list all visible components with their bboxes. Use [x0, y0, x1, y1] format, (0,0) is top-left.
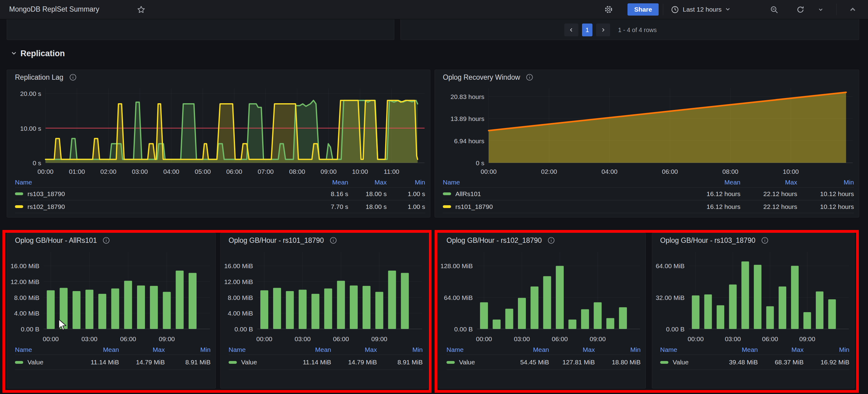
dashboard-title: MongoDB ReplSet Summary: [9, 5, 99, 13]
legend-row[interactable]: rs102_18790 7.70 s 18.00 s 1.00 s: [15, 200, 425, 213]
series-swatch: [15, 205, 23, 208]
series-max: 22.12 hours: [740, 190, 797, 198]
prev-page-button[interactable]: [564, 24, 578, 36]
replication-lag-chart[interactable]: 0 s10.00 s20.00 s00:0001:0002:0003:0004:…: [9, 85, 428, 177]
series-mean: 8.16 s: [303, 190, 348, 198]
svg-text:06:00: 06:00: [662, 168, 678, 175]
series-name: rs101_18790: [455, 203, 493, 210]
series-max: 18.00 s: [348, 203, 387, 210]
panel-header[interactable]: Replication Lag: [7, 70, 430, 85]
nav-divider: [663, 4, 663, 15]
highlight-rectangle-right: [435, 230, 859, 393]
legend-row[interactable]: AllRs101 16.12 hours 22.12 hours 10.12 h…: [443, 188, 854, 200]
panel-oplog-recovery-window: Oplog Recovery Window 0 s6.94 hours13.89…: [435, 69, 859, 218]
series-max: 22.12 hours: [740, 203, 797, 210]
legend-row[interactable]: rs103_18790 8.16 s 18.00 s 1.00 s: [15, 188, 425, 200]
dashboard: MongoDB ReplSet Summary Share Last 12 ho…: [0, 0, 868, 394]
svg-text:09:00: 09:00: [320, 168, 337, 175]
panel-title: Replication Lag: [15, 73, 63, 82]
mouse-cursor: [58, 319, 68, 332]
section-chevron-down-icon: [11, 50, 17, 57]
svg-text:03:00: 03:00: [132, 168, 148, 175]
panel-header[interactable]: Oplog Recovery Window: [435, 70, 859, 85]
svg-text:20.00 s: 20.00 s: [20, 90, 41, 97]
svg-text:0 s: 0 s: [33, 160, 41, 166]
chevron-down-icon: [725, 6, 730, 13]
svg-text:07:00: 07:00: [257, 168, 274, 175]
svg-text:01:00: 01:00: [69, 168, 85, 175]
legend: Name Mean Max Min rs103_18790 8.16 s 18.…: [15, 177, 425, 213]
svg-text:10:00: 10:00: [352, 168, 368, 175]
legend-header-min[interactable]: Min: [797, 179, 854, 186]
clock-icon: [671, 5, 679, 14]
highlight-rectangle-left: [2, 230, 432, 393]
svg-text:05:00: 05:00: [195, 168, 211, 175]
series-mean: 7.70 s: [303, 203, 348, 210]
series-name: rs102_18790: [28, 203, 65, 210]
legend-header-mean[interactable]: Mean: [303, 179, 348, 186]
partial-panel-left: [7, 19, 394, 40]
table-pagination: 1 1 - 4 of 4 rows: [564, 24, 657, 36]
svg-text:06:00: 06:00: [226, 168, 242, 175]
time-range-label: Last 12 hours: [683, 6, 721, 13]
series-min: 10.12 hours: [797, 203, 854, 210]
legend-header-name[interactable]: Name: [15, 179, 303, 186]
refresh-interval-chevron-icon[interactable]: [815, 3, 826, 16]
page-number-button[interactable]: 1: [582, 24, 592, 36]
svg-text:04:00: 04:00: [163, 168, 180, 175]
series-swatch: [443, 192, 451, 195]
series-mean: 16.12 hours: [684, 203, 740, 210]
share-button[interactable]: Share: [627, 3, 659, 16]
legend-header-max[interactable]: Max: [348, 179, 387, 186]
settings-gear-icon[interactable]: [602, 3, 615, 16]
legend-header-max[interactable]: Max: [740, 179, 797, 186]
svg-text:10.00 s: 10.00 s: [20, 125, 41, 132]
legend: Name Mean Max Min AllRs101 16.12 hours 2…: [443, 177, 854, 213]
time-range-picker[interactable]: Last 12 hours: [671, 0, 730, 19]
legend-header-min[interactable]: Min: [387, 179, 425, 186]
favorite-star-icon[interactable]: [134, 3, 148, 16]
legend-header-name[interactable]: Name: [443, 179, 684, 186]
oplog-recovery-chart[interactable]: 0 s6.94 hours13.89 hours20.83 hours00:00…: [437, 85, 857, 177]
svg-text:04:00: 04:00: [601, 168, 618, 175]
svg-text:00:00: 00:00: [37, 168, 54, 175]
section-title: Replication: [21, 49, 65, 58]
series-max: 18.00 s: [348, 190, 387, 198]
next-page-button[interactable]: [596, 24, 610, 36]
series-min: 1.00 s: [387, 190, 425, 198]
zoom-out-icon[interactable]: [767, 3, 781, 16]
series-min: 10.12 hours: [797, 190, 854, 198]
svg-text:08:00: 08:00: [289, 168, 305, 175]
navbar: MongoDB ReplSet Summary Share Last 12 ho…: [0, 0, 868, 19]
nav-divider: [836, 4, 837, 15]
legend-row[interactable]: rs101_18790 16.12 hours 22.12 hours 10.1…: [443, 200, 854, 213]
series-name: rs103_18790: [28, 190, 65, 198]
svg-text:13.89 hours: 13.89 hours: [451, 115, 484, 122]
svg-text:11:00: 11:00: [384, 168, 399, 175]
partial-panel-right: 1 1 - 4 of 4 rows: [400, 19, 859, 40]
collapse-chevron-up-icon[interactable]: [846, 3, 860, 16]
svg-text:0 s: 0 s: [476, 160, 484, 166]
series-mean: 16.12 hours: [684, 190, 740, 198]
series-swatch: [15, 192, 23, 195]
svg-text:02:00: 02:00: [100, 168, 117, 175]
svg-text:6.94 hours: 6.94 hours: [454, 137, 484, 144]
svg-text:02:00: 02:00: [541, 168, 557, 175]
refresh-icon[interactable]: [794, 3, 807, 16]
series-min: 1.00 s: [387, 203, 425, 210]
svg-text:10:00: 10:00: [783, 168, 799, 175]
info-icon[interactable]: [69, 73, 77, 81]
series-name: AllRs101: [455, 190, 481, 198]
svg-text:00:00: 00:00: [481, 168, 497, 175]
panel-title: Oplog Recovery Window: [443, 73, 520, 82]
series-swatch: [443, 205, 451, 208]
section-replication[interactable]: Replication: [11, 49, 65, 58]
legend-header-mean[interactable]: Mean: [684, 179, 740, 186]
info-icon[interactable]: [526, 73, 533, 81]
svg-text:08:00: 08:00: [722, 168, 739, 175]
panel-replication-lag: Replication Lag 0 s10.00 s20.00 s00:0001…: [7, 69, 430, 218]
rows-summary: 1 - 4 of 4 rows: [618, 27, 657, 34]
svg-text:20.83 hours: 20.83 hours: [451, 93, 484, 100]
